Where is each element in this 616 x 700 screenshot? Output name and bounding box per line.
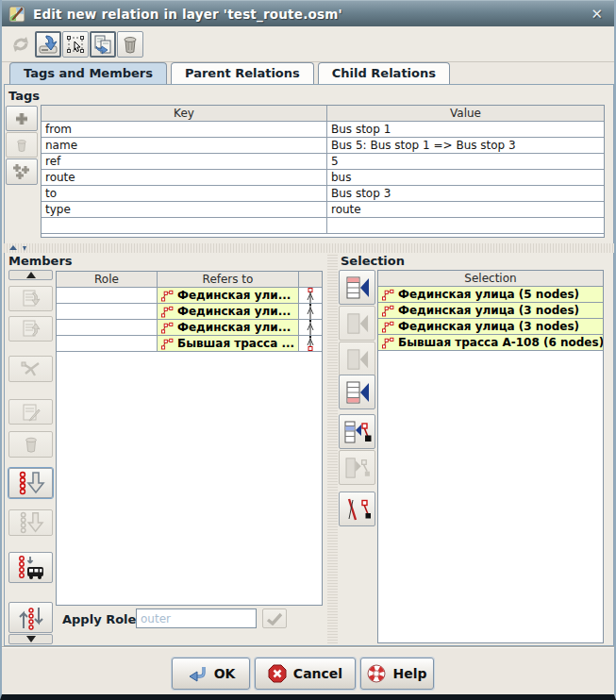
tag-key-cell[interactable]: route bbox=[42, 170, 327, 185]
member-role-cell[interactable] bbox=[57, 320, 158, 335]
tag-key-cell[interactable]: from bbox=[42, 122, 327, 137]
splitter-arrows-icon[interactable] bbox=[9, 244, 28, 252]
tag-value-cell[interactable]: Bus stop 1 bbox=[327, 122, 604, 137]
ok-button[interactable]: OK bbox=[172, 658, 250, 690]
apply-changes-button[interactable] bbox=[35, 31, 61, 58]
tab-parent-relations[interactable]: Parent Relations bbox=[171, 62, 314, 84]
vertical-splitter[interactable] bbox=[327, 253, 338, 643]
tags-table-header: Key Value bbox=[42, 106, 604, 122]
duplicate-relation-button[interactable] bbox=[90, 31, 116, 58]
tag-key-cell[interactable]: name bbox=[42, 138, 327, 153]
tab-child-relations[interactable]: Child Relations bbox=[318, 62, 450, 84]
table-row[interactable]: Фединская ули... bbox=[57, 288, 322, 304]
trash-icon bbox=[22, 435, 41, 454]
delete-relation-button[interactable] bbox=[117, 31, 143, 58]
selection-cell[interactable]: Бывшая трасса А-108 (6 nodes) bbox=[378, 335, 603, 350]
editor-tabs: Tags and Members Parent Relations Child … bbox=[9, 62, 454, 85]
close-icon[interactable]: ✕ bbox=[591, 6, 603, 23]
table-row[interactable]: Фединская ули... bbox=[57, 304, 322, 320]
selection-add-at-end-button[interactable] bbox=[339, 375, 375, 409]
add-tag-preset-button[interactable] bbox=[6, 158, 38, 185]
table-row[interactable]: Фединская ули... bbox=[57, 320, 322, 336]
trash-icon bbox=[14, 138, 29, 153]
table-row[interactable]: from Bus stop 1 bbox=[42, 122, 604, 138]
members-table[interactable]: Role Refers to Фединская ули... Фединска… bbox=[56, 271, 323, 606]
members-scroll-down-button[interactable] bbox=[8, 634, 53, 644]
member-unlink-button bbox=[8, 356, 53, 382]
tab-tags-and-members[interactable]: Tags and Members bbox=[9, 62, 167, 85]
tag-key-cell[interactable] bbox=[42, 218, 327, 233]
members-table-header: Role Refers to bbox=[57, 272, 322, 288]
member-role-cell[interactable] bbox=[57, 304, 158, 319]
tag-value-cell[interactable] bbox=[327, 218, 604, 233]
titlebar[interactable]: Edit new relation in layer 'test_route.o… bbox=[2, 0, 614, 26]
selection-rectangle-icon bbox=[65, 34, 86, 55]
selection-table[interactable]: Selection Фединская улица (5 nodes) Феди… bbox=[377, 270, 604, 643]
selection-add-below-button bbox=[339, 342, 375, 376]
apply-role-label: Apply Role: bbox=[62, 612, 142, 626]
plus-icon bbox=[13, 110, 30, 127]
member-refers-cell[interactable]: Фединская ули... bbox=[158, 288, 299, 303]
tag-key-cell[interactable]: type bbox=[42, 202, 327, 217]
tags-section-label: Tags bbox=[8, 89, 40, 103]
table-row[interactable]: type route bbox=[42, 202, 604, 218]
tag-key-cell[interactable]: to bbox=[42, 186, 327, 201]
members-scroll-up-button[interactable] bbox=[8, 270, 53, 280]
table-row[interactable]: Бывшая трасса А-108 (6 nodes) bbox=[378, 335, 603, 351]
nodes-down-arrow-icon bbox=[17, 471, 45, 495]
member-sort-button[interactable] bbox=[8, 602, 53, 633]
tag-key-cell[interactable]: ref bbox=[42, 154, 327, 169]
apply-role-input[interactable] bbox=[136, 608, 257, 628]
member-paste-after-button[interactable] bbox=[8, 468, 53, 498]
table-row[interactable]: ref 5 bbox=[42, 154, 604, 170]
selection-cell[interactable]: Фединская улица (5 nodes) bbox=[378, 287, 603, 302]
table-row[interactable]: Фединская улица (3 nodes) bbox=[378, 319, 603, 335]
member-download-button[interactable] bbox=[8, 552, 53, 583]
table-row[interactable]: name Bus 5: Bus stop 1 => Bus stop 3 bbox=[42, 138, 604, 154]
tag-value-cell[interactable]: 5 bbox=[327, 154, 604, 169]
relation-editor-window: Edit new relation in layer 'test_route.o… bbox=[0, 0, 616, 700]
selection-cell[interactable]: Фединская улица (3 nodes) bbox=[378, 303, 603, 318]
sort-arrows-icon bbox=[17, 605, 45, 631]
selection-select-members-button[interactable] bbox=[339, 414, 375, 449]
selection-col-header: Selection bbox=[378, 271, 603, 286]
apply-role-confirm-button bbox=[262, 608, 287, 628]
tag-value-cell[interactable]: Bus 5: Bus stop 1 => Bus stop 3 bbox=[327, 138, 604, 153]
help-button[interactable]: Help bbox=[360, 658, 434, 690]
table-row[interactable]: to Bus stop 3 bbox=[42, 186, 604, 202]
member-role-cell[interactable] bbox=[57, 336, 158, 351]
document-arrow-icon bbox=[20, 319, 42, 340]
cancel-label: Cancel bbox=[293, 666, 342, 681]
apply-download-icon bbox=[38, 34, 58, 55]
table-row[interactable]: route bus bbox=[42, 170, 604, 186]
table-row[interactable]: Бывшая трасса ... bbox=[57, 336, 322, 352]
route-connectivity-icon bbox=[301, 304, 320, 319]
member-refers-cell[interactable]: Фединская ули... bbox=[158, 304, 299, 319]
table-row[interactable]: Фединская улица (3 nodes) bbox=[378, 303, 603, 319]
josm-logo-icon bbox=[8, 6, 25, 23]
cancel-button[interactable]: Cancel bbox=[255, 658, 356, 690]
add-tag-button[interactable] bbox=[6, 106, 38, 131]
tags-table[interactable]: Key Value from Bus stop 1 name Bus 5: Bu… bbox=[41, 105, 605, 238]
member-refers-label: Фединская ули... bbox=[177, 321, 291, 334]
member-role-cell[interactable] bbox=[57, 288, 158, 303]
table-row[interactable] bbox=[42, 218, 604, 234]
member-copy-prev-button bbox=[8, 316, 53, 342]
way-icon bbox=[382, 289, 394, 301]
member-refers-cell[interactable]: Фединская ули... bbox=[158, 320, 299, 335]
table-insert-top-icon bbox=[344, 275, 371, 300]
table-row[interactable]: Фединская улица (5 nodes) bbox=[378, 287, 603, 303]
member-paste-before-button bbox=[8, 509, 53, 536]
table-select-way-icon bbox=[343, 420, 372, 444]
tag-value-cell[interactable]: route bbox=[327, 202, 604, 217]
tag-value-cell[interactable]: bus bbox=[327, 170, 604, 185]
selection-add-at-start-button[interactable] bbox=[339, 270, 375, 305]
selection-deselect-button[interactable] bbox=[339, 492, 375, 526]
member-connectivity-cell bbox=[299, 288, 322, 303]
tag-value-cell[interactable]: Bus stop 3 bbox=[327, 186, 604, 201]
select-relation-button[interactable] bbox=[62, 31, 89, 58]
selection-cell[interactable]: Фединская улица (3 nodes) bbox=[378, 319, 603, 334]
horizontal-splitter[interactable] bbox=[4, 243, 616, 253]
ok-arrow-icon bbox=[187, 664, 208, 683]
member-refers-cell[interactable]: Бывшая трасса ... bbox=[158, 336, 299, 351]
